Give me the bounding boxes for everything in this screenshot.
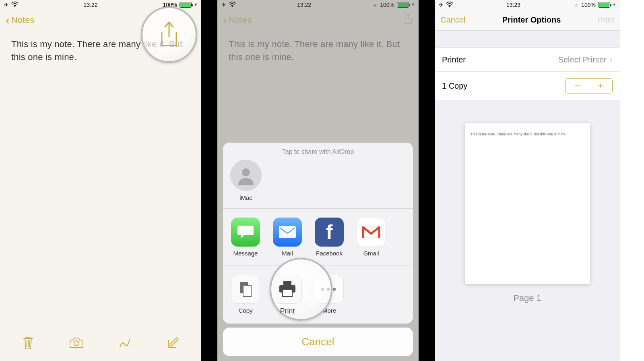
app-gmail[interactable]: Gmail xyxy=(356,218,386,257)
battery-icon xyxy=(598,2,610,8)
printer-row[interactable]: Printer Select Printer › xyxy=(435,48,620,71)
wifi-icon xyxy=(446,2,453,8)
back-button[interactable]: ‹ Notes xyxy=(6,14,34,26)
cancel-label: Cancel xyxy=(302,336,334,348)
share-icon[interactable] xyxy=(158,21,180,49)
svg-rect-9 xyxy=(283,289,292,297)
bottom-toolbar xyxy=(0,325,201,361)
action-copy[interactable]: Copy xyxy=(230,275,261,315)
printer-label: Printer xyxy=(442,55,466,64)
gmail-icon xyxy=(357,218,386,247)
page-title: Printer Options xyxy=(502,15,561,25)
preview-area: This is my note. There are many like it.… xyxy=(435,100,620,303)
svg-point-0 xyxy=(14,6,16,7)
svg-point-1 xyxy=(74,341,79,346)
stepper-plus[interactable]: + xyxy=(589,79,612,93)
charging-icon: ⚡︎ xyxy=(194,2,197,8)
action-label: Copy xyxy=(238,307,252,314)
svg-point-3 xyxy=(242,168,250,176)
airdrop-row: iMac xyxy=(223,158,413,209)
action-print[interactable]: Print xyxy=(272,275,303,315)
facebook-icon: f xyxy=(315,218,344,247)
preview-text: This is my note. There are many like it.… xyxy=(471,132,584,137)
copies-stepper: − + xyxy=(565,78,613,93)
share-card: Tap to share with AirDrop iMac Message xyxy=(223,143,413,324)
page-preview[interactable]: This is my note. There are many like it.… xyxy=(465,123,590,284)
app-label: Message xyxy=(233,250,258,257)
trash-icon[interactable] xyxy=(20,335,36,351)
message-icon xyxy=(231,218,260,247)
contact-name: iMac xyxy=(239,194,252,201)
divider xyxy=(201,0,217,361)
print-button[interactable]: Print xyxy=(598,15,614,25)
battery-pct: 100% xyxy=(581,2,596,8)
svg-rect-7 xyxy=(283,281,291,285)
app-facebook[interactable]: f Facebook xyxy=(314,218,345,257)
charging-icon: ⚡︎ xyxy=(613,2,616,8)
wifi-icon xyxy=(11,2,19,8)
camera-icon[interactable] xyxy=(68,335,85,351)
app-label: Mail xyxy=(282,250,293,257)
nav-bar: Cancel Printer Options Print xyxy=(435,10,620,31)
copies-row: 1 Copy − + xyxy=(435,71,620,100)
status-bar: ✈ 13:23 ⨳ 100% ⚡︎ xyxy=(435,0,620,10)
sketch-icon[interactable] xyxy=(117,335,133,351)
action-label: Print xyxy=(280,307,295,315)
svg-rect-6 xyxy=(243,285,251,297)
copies-label: 1 Copy xyxy=(442,81,467,91)
avatar-icon xyxy=(230,160,262,191)
chevron-right-icon: › xyxy=(610,54,613,65)
svg-point-10 xyxy=(449,6,450,7)
stepper-minus[interactable]: − xyxy=(566,79,589,93)
panel-share-sheet: ✈ 13:22 ⨳ 100% ⚡︎ ‹ Notes This is my not… xyxy=(217,0,419,361)
compose-icon[interactable] xyxy=(165,335,181,351)
divider xyxy=(419,0,435,361)
share-sheet: Tap to share with AirDrop iMac Message xyxy=(223,143,413,356)
status-time: 13:23 xyxy=(506,2,520,8)
panel-printer-options: ✈ 13:23 ⨳ 100% ⚡︎ Cancel Printer Options… xyxy=(435,0,620,361)
airplane-icon: ✈ xyxy=(439,2,444,8)
airplane-icon: ✈ xyxy=(4,2,9,8)
mail-icon xyxy=(273,218,302,247)
apps-row: Message Mail f Facebook xyxy=(223,209,413,266)
chevron-left-icon: ‹ xyxy=(6,14,10,26)
panel-notes: ✈ 13:22 100% ⚡︎ ‹ Notes This is my note.… xyxy=(0,0,201,361)
printer-value: Select Printer xyxy=(558,55,607,64)
highlight-share xyxy=(141,6,197,63)
airdrop-title: Tap to share with AirDrop xyxy=(223,143,413,158)
app-label: Gmail xyxy=(363,250,379,257)
copy-icon xyxy=(231,275,260,304)
bluetooth-icon: ⨳ xyxy=(574,2,579,8)
battery-icon xyxy=(180,2,192,8)
back-label: Notes xyxy=(11,15,34,25)
svg-rect-4 xyxy=(279,226,296,238)
print-icon xyxy=(273,275,302,304)
action-label: More xyxy=(322,307,336,314)
app-label: Facebook xyxy=(316,250,343,257)
status-time: 13:22 xyxy=(84,2,98,8)
cancel-button[interactable]: Cancel xyxy=(223,328,413,356)
settings-list: Printer Select Printer › 1 Copy − + xyxy=(435,48,620,100)
action-more[interactable]: ••• More xyxy=(314,275,345,315)
app-message[interactable]: Message xyxy=(230,218,261,257)
actions-row: Copy Print ••• More xyxy=(223,266,413,324)
more-icon: ••• xyxy=(315,275,344,304)
app-mail[interactable]: Mail xyxy=(272,218,303,257)
page-label: Page 1 xyxy=(513,293,541,303)
cancel-button[interactable]: Cancel xyxy=(440,15,465,25)
airdrop-contact[interactable]: iMac xyxy=(230,160,262,201)
